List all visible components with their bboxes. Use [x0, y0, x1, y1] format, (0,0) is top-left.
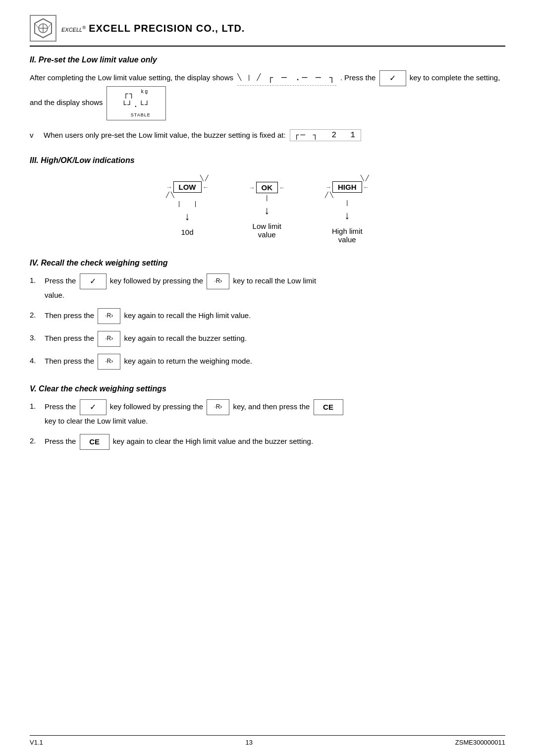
section-2-title: II. Pre-set the Low limit value only: [30, 55, 505, 64]
high-label-text: High limit value: [332, 227, 363, 244]
section-5: V. Clear the check weighing settings 1. …: [30, 384, 505, 450]
section-2-bullet: v When users only pre-set the Low limit …: [30, 129, 505, 141]
svg-line-4: [35, 23, 39, 28]
ce-key-2[interactable]: CE: [80, 434, 109, 450]
section-3: III. High/OK/Low indications ╲ ╱ → LOW ←…: [30, 156, 505, 244]
r-key-4[interactable]: ·R›: [98, 354, 120, 370]
company-name: EXCELL® EXCELL PRECISION CO., LTD.: [61, 23, 245, 34]
ce-key-1[interactable]: CE: [314, 399, 343, 415]
section-5-list: 1. Press the ✓ key followed by pressing …: [30, 399, 505, 450]
list-item: 1. Press the ✓ key followed by pressing …: [30, 273, 505, 301]
logo-box: [30, 15, 56, 42]
r-key-1[interactable]: ·R›: [207, 273, 229, 289]
section-4: IV. Recall the check weighing setting 1.…: [30, 259, 505, 370]
r-key-5[interactable]: ·R›: [207, 399, 229, 415]
ok-col: → OK ← | ↓ Low limit value: [249, 175, 286, 244]
ok-box: OK: [256, 182, 278, 193]
list-item: 3. Then press the ·R› key again to recal…: [30, 331, 505, 347]
ok-arrow: ↓: [264, 205, 269, 216]
section-5-title: V. Clear the check weighing settings: [30, 384, 505, 393]
r-key-2[interactable]: ·R›: [98, 308, 120, 324]
header: EXCELL® EXCELL PRECISION CO., LTD.: [30, 15, 505, 47]
low-ok-high-diagram: ╲ ╱ → LOW ← ╱ ╲ | | ↓ 10d: [30, 175, 505, 244]
version: V1.1: [30, 739, 43, 746]
low-col: ╲ ╱ → LOW ← ╱ ╲ | | ↓ 10d: [166, 175, 209, 244]
high-col: ╲ ╱ → HIGH ← ╱ ╲ | ↓ High limit value: [325, 175, 370, 244]
footer: V1.1 13 ZSME300000011: [30, 735, 505, 746]
r-key-3[interactable]: ·R›: [98, 331, 120, 347]
section-2: II. Pre-set the Low limit value only Aft…: [30, 55, 505, 141]
section-3-title: III. High/OK/Low indications: [30, 156, 505, 165]
low-arrow: ↓: [185, 211, 190, 222]
high-arrow: ↓: [344, 210, 350, 221]
list-item: 2. Press the CE key again to clear the H…: [30, 434, 505, 450]
list-item: 4. Then press the ·R› key again to retur…: [30, 354, 505, 370]
buzzer-display: ┌─ ┐ 2 1: [290, 129, 361, 141]
svg-line-5: [48, 23, 52, 28]
section-4-title: IV. Recall the check weighing setting: [30, 259, 505, 268]
stable-display: ┌┐ kg └┘.└┘ STABLE: [107, 86, 166, 120]
list-item: 1. Press the ✓ key followed by pressing …: [30, 399, 505, 427]
low-box: LOW: [173, 181, 202, 193]
bullet-v: v: [30, 131, 39, 139]
section-4-list: 1. Press the ✓ key followed by pressing …: [30, 273, 505, 370]
section-2-para1: After completing the Low limit value set…: [30, 70, 505, 120]
ok-label-text: Low limit value: [253, 222, 281, 239]
logo-icon: [32, 17, 54, 39]
list-item: 2. Then press the ·R› key again to recal…: [30, 308, 505, 324]
high-box: HIGH: [332, 181, 362, 193]
doc-id: ZSME300000011: [455, 739, 505, 746]
page-number: 13: [246, 739, 253, 746]
low-label-text: 10d: [181, 228, 193, 236]
page: EXCELL® EXCELL PRECISION CO., LTD. II. P…: [0, 0, 535, 756]
check-key-3[interactable]: ✓: [80, 399, 107, 415]
check-key-1[interactable]: ✓: [379, 70, 406, 86]
check-key-2[interactable]: ✓: [80, 273, 107, 289]
